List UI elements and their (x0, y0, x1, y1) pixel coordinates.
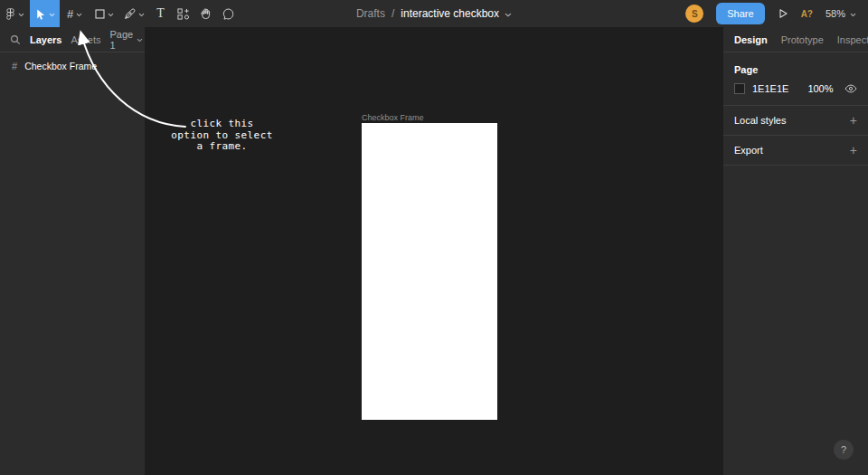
breadcrumb: Drafts / interactive checkbox (356, 0, 512, 27)
add-export-button[interactable]: + (850, 144, 857, 157)
pen-icon (124, 8, 136, 20)
color-hex-value[interactable]: 1E1E1E (752, 83, 788, 94)
hand-tool-button[interactable] (194, 0, 217, 27)
chevron-down-icon (108, 13, 114, 17)
comment-tool-button[interactable] (217, 0, 240, 27)
text-icon: T (156, 7, 165, 20)
tab-inspect[interactable]: Inspect (837, 34, 868, 45)
right-sidebar: Design Prototype Inspect Page 1E1E1E 100… (723, 27, 868, 475)
figma-logo-icon (5, 7, 15, 21)
avatar[interactable]: S (685, 5, 703, 23)
tab-layers[interactable]: Layers (30, 34, 61, 45)
chevron-down-icon (137, 38, 143, 43)
canvas-annotation-text: click thisoption to selecta frame. (147, 119, 297, 153)
topbar: # T (0, 0, 868, 27)
chevron-down-icon (76, 13, 82, 17)
chevron-down-icon (850, 13, 856, 17)
cursor-icon (34, 8, 46, 20)
tab-prototype[interactable]: Prototype (781, 34, 824, 45)
local-styles-label: Local styles (734, 115, 786, 126)
zoom-level-dropdown[interactable]: 58% (826, 8, 856, 19)
frame-icon: # (67, 8, 73, 20)
chevron-down-icon (138, 13, 145, 17)
components-tool-button[interactable] (172, 0, 194, 27)
chevron-down-icon (49, 13, 55, 17)
opacity-value[interactable]: 100% (807, 83, 833, 94)
eye-icon (844, 84, 857, 93)
frame-tool-button[interactable]: # (60, 0, 90, 27)
help-button[interactable]: ? (834, 440, 854, 460)
toolbar-tools: # T (0, 0, 240, 27)
tab-design[interactable]: Design (734, 34, 768, 45)
page-selector[interactable]: Page 1 (110, 29, 144, 51)
topbar-right-group: S Share A? 58% (685, 0, 868, 27)
comment-bubble-icon (222, 8, 234, 20)
main-menu-button[interactable] (0, 0, 30, 27)
text-tool-button[interactable]: T (149, 0, 172, 27)
local-styles-section: Local styles + (723, 106, 868, 136)
export-label: Export (734, 145, 763, 156)
add-style-button[interactable]: + (850, 114, 857, 127)
chevron-down-icon (18, 13, 24, 17)
layer-item-checkbox-frame[interactable]: # Checkbox Frame (0, 56, 145, 76)
font-badge[interactable]: A? (801, 9, 813, 19)
page-color-row: 1E1E1E 100% (723, 75, 868, 105)
pen-tool-button[interactable] (119, 0, 149, 27)
left-sidebar-header: Layers Assets Page 1 (0, 27, 145, 52)
page-section-title: Page (723, 52, 868, 75)
right-sidebar-tabs: Design Prototype Inspect (723, 27, 868, 52)
shape-tool-button[interactable] (90, 0, 119, 27)
canvas-frame-title[interactable]: Checkbox Frame (362, 113, 424, 122)
left-sidebar: Layers Assets Page 1 # Checkbox Frame (0, 27, 145, 475)
color-swatch[interactable] (734, 83, 745, 94)
visibility-toggle[interactable] (844, 84, 857, 93)
search-icon[interactable] (10, 34, 21, 45)
square-icon (95, 9, 105, 19)
hand-icon (200, 7, 212, 20)
export-section: Export + (723, 136, 868, 166)
move-tool-button[interactable] (30, 0, 60, 27)
page-section: Page 1E1E1E 100% (723, 52, 868, 106)
tab-assets[interactable]: Assets (71, 34, 100, 45)
chevron-down-icon[interactable] (505, 13, 512, 17)
breadcrumb-folder[interactable]: Drafts (356, 7, 385, 20)
share-button[interactable]: Share (716, 3, 764, 24)
present-icon[interactable] (778, 8, 788, 19)
breadcrumb-separator: / (392, 7, 394, 20)
breadcrumb-filename[interactable]: interactive checkbox (401, 7, 512, 20)
layer-item-label: Checkbox Frame (24, 61, 97, 71)
checkbox-frame[interactable] (362, 123, 497, 420)
frame-icon: # (12, 61, 17, 71)
components-icon (177, 8, 189, 20)
